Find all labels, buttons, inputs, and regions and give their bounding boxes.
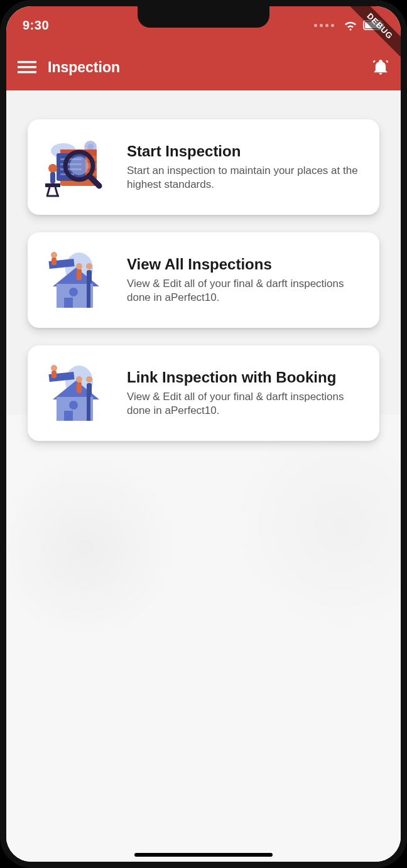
app-bar: Inspection	[6, 44, 401, 90]
card-description: View & Edit all of your final & darft in…	[127, 277, 366, 305]
svg-rect-5	[18, 71, 36, 73]
start-inspection-illustration-icon	[41, 133, 112, 201]
svg-rect-32	[64, 298, 73, 308]
svg-rect-38	[87, 270, 92, 283]
content-area: Start Inspection Start an inspection to …	[6, 90, 401, 862]
svg-rect-48	[52, 371, 57, 378]
svg-rect-51	[87, 383, 92, 396]
card-description: View & Edit all of your final & darft in…	[127, 390, 366, 418]
svg-point-37	[76, 263, 82, 269]
view-inspections-illustration-icon	[41, 246, 112, 314]
svg-rect-53	[87, 394, 90, 421]
battery-icon	[363, 20, 384, 30]
card-view-all-inspections[interactable]: View All Inspections View & Edit all of …	[28, 232, 379, 328]
card-title: Link Inspection with Booking	[127, 369, 366, 386]
svg-point-47	[51, 365, 57, 371]
svg-line-25	[47, 187, 50, 196]
card-link-inspection-booking[interactable]: Link Inspection with Booking View & Edit…	[28, 345, 379, 441]
svg-rect-23	[50, 172, 55, 183]
svg-point-34	[51, 252, 57, 258]
svg-point-39	[86, 263, 92, 269]
status-time: 9:30	[23, 18, 49, 33]
svg-rect-24	[45, 183, 60, 187]
notification-bell-icon[interactable]	[372, 58, 389, 76]
svg-rect-2	[382, 23, 384, 27]
home-indicator[interactable]	[134, 853, 273, 857]
svg-rect-40	[87, 281, 90, 308]
card-title: View All Inspections	[127, 256, 366, 273]
svg-line-26	[55, 187, 58, 196]
svg-rect-31	[69, 288, 78, 296]
svg-rect-49	[77, 382, 82, 393]
svg-rect-35	[52, 258, 57, 265]
status-right-icons	[314, 19, 384, 31]
svg-point-50	[76, 376, 82, 382]
svg-rect-44	[69, 401, 78, 410]
svg-point-22	[48, 164, 57, 173]
page-title: Inspection	[48, 59, 361, 76]
wifi-icon	[343, 19, 358, 31]
svg-point-8	[87, 144, 94, 150]
card-start-inspection[interactable]: Start Inspection Start an inspection to …	[28, 119, 379, 215]
svg-rect-45	[64, 411, 73, 421]
svg-point-52	[86, 376, 92, 382]
signal-dots-icon	[314, 24, 334, 27]
menu-icon[interactable]	[18, 60, 36, 75]
card-description: Start an inspection to maintain your pla…	[127, 164, 366, 192]
svg-rect-4	[18, 66, 36, 68]
card-title: Start Inspection	[127, 143, 366, 160]
svg-rect-36	[77, 269, 82, 280]
svg-point-20	[70, 156, 89, 175]
svg-rect-3	[18, 61, 36, 63]
link-booking-illustration-icon	[41, 359, 112, 427]
svg-rect-1	[365, 22, 380, 28]
